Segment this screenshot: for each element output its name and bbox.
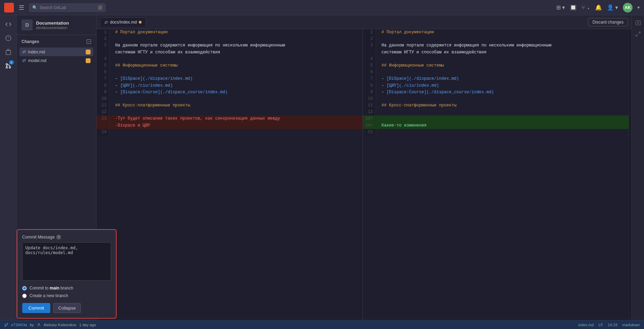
diff-line: 5 ## Информационные системы	[96, 62, 363, 69]
sidebar-item-git[interactable]: 2	[2, 60, 15, 72]
diff-line: 11 ## Кросс-платформенные проекты	[96, 102, 363, 109]
svg-line-14	[638, 32, 640, 34]
git-branch-icon	[4, 323, 8, 327]
changes-action-icon[interactable]	[86, 39, 91, 44]
commit-hash[interactable]: e734f43a	[11, 323, 27, 327]
new-item-icon[interactable]: ⊞ ▾	[556, 4, 565, 11]
user-avatar[interactable]: AK	[623, 3, 633, 12]
commit-main-label: Commit to main branch	[29, 286, 73, 291]
sidebar-item-code[interactable]	[2, 18, 15, 31]
svg-point-5	[9, 67, 11, 68]
author-icon	[37, 323, 41, 327]
project-name: Documentation	[36, 20, 69, 26]
diff-line: 6	[96, 69, 363, 76]
svg-point-7	[6, 67, 8, 68]
commit-msg-label: Commit Message ?	[22, 235, 96, 240]
commit-actions: Commit Collapse	[22, 303, 96, 313]
gitlab-logo[interactable]	[4, 3, 14, 12]
diff-line: 15	[363, 129, 629, 136]
commit-button[interactable]: Commit	[22, 303, 50, 313]
hamburger-icon[interactable]: ☰	[17, 2, 26, 13]
diff-line: 2	[96, 36, 363, 42]
status-line-ending: LF	[599, 323, 603, 327]
diff-line: 5 ## Информационные системы	[363, 62, 629, 69]
modified-badge	[86, 58, 91, 63]
topnav-right-icons: ⊞ ▾ 🔲 ⑂ ▾ 🔔 👤 ▾ AK ▾	[556, 3, 640, 12]
git-badge-count: 2	[9, 60, 14, 64]
status-bar: e734f43a by Aleksey Kolesnikov 1 day ago…	[0, 320, 644, 329]
svg-point-18	[5, 325, 6, 326]
file-icon: ⇄	[22, 49, 26, 54]
commit-panel: Commit Message ? Update docs/index.md, d…	[17, 229, 96, 319]
status-time: 1 day ago	[79, 323, 96, 327]
status-mode: markdown	[622, 323, 640, 327]
diff-line-added: 14+ Какие-то изменения	[363, 122, 629, 129]
diff-line: 10	[363, 96, 629, 102]
main-layout: 2 D Documentation ido/documentation Chan…	[0, 15, 644, 320]
diff-line: 3 На данном портале содержится информаци…	[96, 42, 363, 49]
diff-line: 10	[96, 96, 363, 102]
create-branch-label: Create a new branch	[29, 293, 68, 298]
commit-new-branch-radio[interactable]	[22, 294, 27, 298]
editor-area: ⇄ docs/index.md Discard changes 1 # Порт…	[96, 15, 632, 320]
sidebar-item-issues[interactable]	[2, 32, 15, 44]
status-bar-right: index.md LF 14:19 markdown	[578, 323, 640, 327]
file-item-index[interactable]: ⇄ index.md	[19, 47, 93, 56]
editor-tabs: ⇄ docs/index.md Discard changes	[96, 15, 632, 29]
diff-line: 9 - [Dispace:Course](./dispace_course/in…	[363, 89, 629, 96]
status-by: by	[30, 323, 34, 327]
diff-line: 12	[96, 109, 363, 115]
diff-line: 12	[363, 109, 629, 115]
status-filename: index.md	[578, 323, 594, 327]
search-bar[interactable]: 🔍 Search GitLab /	[29, 3, 105, 12]
right-bar	[632, 15, 644, 320]
project-avatar: D	[22, 19, 33, 31]
diff-line: 9 - [Dispace:Course](./dispace_course/in…	[96, 89, 363, 96]
create-new-branch-option[interactable]: Create a new branch	[22, 293, 96, 298]
diff-line: системам НГТУ и способам их взаимодейств…	[96, 49, 363, 56]
diff-line: 6	[363, 69, 629, 76]
diff-line-added: 13+	[363, 115, 629, 122]
svg-rect-11	[636, 21, 640, 25]
commit-message-textarea[interactable]: Update docs/index.md, docs/rules/model.m…	[22, 242, 96, 280]
file-item-model[interactable]: ⇄ model.md	[19, 56, 93, 65]
svg-point-19	[38, 323, 40, 325]
diff-line: 7 - [DiSpace](./dispace/index.md)	[96, 76, 363, 82]
project-path: ido/documentation	[36, 26, 69, 30]
diff-container: 1 # Портал документации 2 3 На данном по…	[96, 29, 632, 320]
issues-icon[interactable]: 🔲	[570, 4, 577, 11]
status-author: Aleksey Kolesnikov	[44, 323, 77, 327]
discard-changes-button[interactable]: Discard changes	[588, 18, 628, 26]
collapse-button[interactable]: Collapse	[53, 303, 81, 313]
status-time-str: 14:19	[608, 323, 618, 327]
tab-file-icon: ⇄	[104, 20, 108, 25]
sidebar-item-clipboard[interactable]	[2, 46, 15, 58]
diff-line: системам НГТУ и способам их взаимодейств…	[363, 49, 629, 56]
diff-pane-right: 1 # Портал документации 2 3 На данном по…	[363, 29, 629, 320]
svg-point-17	[7, 323, 8, 324]
file-name: index.md	[28, 50, 45, 54]
user-menu-icon[interactable]: 👤 ▾	[607, 4, 618, 11]
tab-filename: docs/index.md	[110, 20, 137, 25]
svg-line-15	[636, 34, 638, 36]
expand-icon[interactable]	[633, 29, 643, 39]
top-navigation: ☰ 🔍 Search GitLab / ⊞ ▾ 🔲 ⑂ ▾ 🔔 👤 ▾ AK ▾	[0, 0, 644, 15]
merge-requests-icon[interactable]: ⑂ ▾	[582, 5, 590, 11]
diff-line: 14	[96, 129, 363, 136]
commit-msg-help-icon[interactable]: ?	[56, 235, 61, 240]
status-bar-left: e734f43a by Aleksey Kolesnikov 1 day ago	[4, 323, 96, 327]
search-shortcut: /	[98, 5, 102, 10]
diff-line: 1 # Портал документации	[363, 29, 629, 36]
file-icon: ⇄	[22, 58, 26, 63]
diff-line: 4	[96, 56, 363, 62]
commit-main-radio[interactable]	[22, 286, 27, 291]
diff-line-removed: 13 -Тут будет описание таких проектов, к…	[96, 115, 363, 122]
editor-tab-index[interactable]: ⇄ docs/index.md	[100, 17, 146, 27]
preview-icon[interactable]	[633, 18, 643, 28]
diff-line: 1 # Портал документации	[96, 29, 363, 36]
diff-line-removed: -Dispace и ЦИУ	[96, 122, 363, 129]
scrollbar-track[interactable]	[629, 29, 632, 320]
notifications-icon[interactable]: 🔔	[595, 4, 602, 11]
avatar-chevron[interactable]: ▾	[637, 5, 640, 10]
commit-to-main-option[interactable]: Commit to main branch	[22, 286, 96, 291]
